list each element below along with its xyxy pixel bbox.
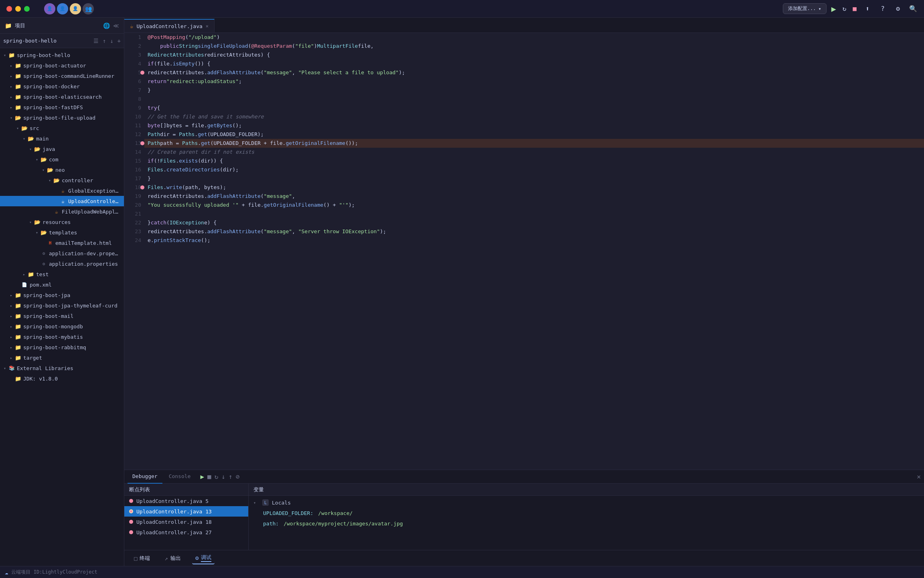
tree-item-controller[interactable]: ▾ 📂 controller xyxy=(0,175,124,185)
line-num-20: 20 xyxy=(128,201,141,210)
add-icon[interactable]: + xyxy=(118,38,121,44)
tree-item-mail[interactable]: ▸ 📁 spring-boot-mail xyxy=(0,311,124,321)
collapse-icon[interactable]: ≪ xyxy=(113,22,119,29)
share-icon[interactable]: ⬆ xyxy=(863,4,872,13)
line-num-18: 18 xyxy=(128,183,141,192)
output-icon: ↗ xyxy=(164,555,168,562)
tree-item-jpa-thymeleaf[interactable]: ▸ 📁 spring-boot-jpa-thymeleaf-curd xyxy=(0,300,124,311)
tab-upload-controller[interactable]: ☕ UploadController.java ✕ xyxy=(124,19,215,33)
stop-debug-icon[interactable]: ■ xyxy=(207,473,211,480)
tab-console[interactable]: Console xyxy=(164,470,196,484)
tree-item-test[interactable]: ▸ 📁 test xyxy=(0,269,124,279)
tree-label: application-dev.properties xyxy=(49,250,121,256)
code-line-20: "You successfully uploaded '" + file.get… xyxy=(144,201,924,210)
line-num-10: 10 xyxy=(128,112,141,121)
var-locals[interactable]: ▾ L Locals xyxy=(249,497,924,508)
code-content[interactable]: 1 2 3 4 5 6 7 8 9 10 11 12 13 14 15 16 1 xyxy=(124,33,924,470)
tree-item-rabbitmq[interactable]: ▸ 📁 spring-boot-rabbitmq xyxy=(0,342,124,352)
tree-item-neo[interactable]: ▾ 📂 neo xyxy=(0,165,124,175)
bp-item-13[interactable]: UploadController.java 13 xyxy=(124,506,248,517)
output-item[interactable]: ↗ 输出 xyxy=(161,553,184,564)
tree-item-FileUploadWebApplication[interactable]: ☕ FileUploadWebApplication.ja... xyxy=(0,206,124,217)
debug-item[interactable]: ⚙ 调试 xyxy=(192,552,215,564)
run-button[interactable]: ▶ xyxy=(831,4,836,14)
folder-open-icon: 📂 xyxy=(21,125,28,131)
tree-item-elasticsearch[interactable]: ▸ 📁 spring-boot-elasticsearch xyxy=(0,92,124,102)
minimize-button[interactable] xyxy=(15,6,21,12)
var-uploaded-folder[interactable]: UPLOADED_FOLDER: /workspace/ xyxy=(249,508,924,518)
bp-item-5[interactable]: UploadController.java 5 xyxy=(124,496,248,506)
tab-close-button[interactable]: ✕ xyxy=(206,23,209,29)
settings-icon[interactable]: ⚙ xyxy=(894,4,902,13)
tree-item-mybatis[interactable]: ▸ 📁 spring-boot-mybatis xyxy=(0,332,124,342)
maximize-button[interactable] xyxy=(24,6,30,12)
tree-item-jpa[interactable]: ▸ 📁 spring-boot-jpa xyxy=(0,290,124,300)
code-line-18: Files.write(path, bytes); xyxy=(144,183,924,192)
code-line-24: e.printStackTrace(); xyxy=(144,236,924,245)
locals-icon: L xyxy=(262,499,269,506)
tree-item-templates[interactable]: ▾ 📂 templates xyxy=(0,227,124,238)
tree-item-emailTemplate[interactable]: H emailTemplate.html xyxy=(0,238,124,248)
tree-item-commandLineRunner[interactable]: ▸ 📁 spring-boot-commandLineRunner xyxy=(0,71,124,81)
step-over-icon[interactable]: ↻ xyxy=(215,473,219,480)
tree-item-app-dev-props[interactable]: ⚙ application-dev.properties xyxy=(0,248,124,258)
terminal-item[interactable]: □ 终端 xyxy=(131,553,153,564)
html-icon: H xyxy=(47,240,54,246)
upload-icon[interactable]: ↑ xyxy=(103,38,106,44)
panel-close-button[interactable]: ✕ xyxy=(917,473,921,480)
code-line-16: Files.createDirectories(dir); xyxy=(144,165,924,174)
tree-label: main xyxy=(36,136,121,142)
java-icon: ☕ xyxy=(53,209,60,215)
close-button[interactable] xyxy=(6,6,12,12)
tree-item-java[interactable]: ▾ 📂 java xyxy=(0,144,124,154)
tree-item-GlobalExceptionHandler[interactable]: ☕ GlobalExceptionHandler.ja... xyxy=(0,185,124,196)
code-line-17: } xyxy=(144,174,924,183)
step-into-icon[interactable]: ↓ xyxy=(221,473,225,480)
download-icon[interactable]: ↓ xyxy=(110,38,113,44)
tree-item-resources[interactable]: ▾ 📂 resources xyxy=(0,217,124,227)
chevron-down-icon: ▾ xyxy=(8,116,14,120)
reload-button[interactable]: ↻ xyxy=(843,5,847,12)
main-area: 📁 项目 🌐 ≪ spring-boot-hello ☰ ↑ ↓ + ▾ 📁 s… xyxy=(0,18,924,566)
tree-item-main[interactable]: ▾ 📂 main xyxy=(0,133,124,144)
tab-debugger[interactable]: Debugger xyxy=(128,470,162,484)
tree-item-mongodb[interactable]: ▸ 📁 spring-boot-mongodb xyxy=(0,321,124,332)
resume-icon[interactable]: ▶ xyxy=(200,473,204,480)
code-line-12: Path dir = Paths.get(UPLOADED_FOLDER); xyxy=(144,130,924,139)
bp-item-27[interactable]: UploadController.java 27 xyxy=(124,527,248,537)
bp-item-18[interactable]: UploadController.java 18 xyxy=(124,517,248,527)
step-out-icon[interactable]: ↑ xyxy=(229,473,233,480)
tree-item-spring-boot-hello[interactable]: ▾ 📁 spring-boot-hello xyxy=(0,50,124,60)
code-line-13: Path path = Paths.get(UPLOADED_FOLDER + … xyxy=(144,139,924,148)
tree-item-jdk[interactable]: 📁 JDK: v1.8.0 xyxy=(0,373,124,384)
filter-icon[interactable]: ☰ xyxy=(93,38,99,44)
tree-item-src[interactable]: ▾ 📂 src xyxy=(0,123,124,133)
tree-item-file-upload[interactable]: ▾ 📂 spring-boot-file-upload xyxy=(0,112,124,123)
tree-item-actuator[interactable]: ▸ 📁 spring-boot-actuator xyxy=(0,60,124,71)
chevron-right-icon: ▸ xyxy=(8,95,14,99)
code-line-10: // Get the file and save it somewhere xyxy=(144,112,924,121)
tree-item-UploadController[interactable]: ☕ UploadController.java xyxy=(0,196,124,206)
tree-item-com[interactable]: ▾ 📂 com xyxy=(0,154,124,165)
tree-item-target[interactable]: ▸ 📁 target xyxy=(0,352,124,363)
chevron-right-icon: ▸ xyxy=(8,293,14,297)
tree-item-external-libraries[interactable]: ▾ 📚 External Libraries xyxy=(0,363,124,373)
folder-icon: 📁 xyxy=(14,355,22,361)
help-icon[interactable]: ? xyxy=(878,4,887,13)
tree-item-fastDFS[interactable]: ▸ 📁 spring-boot-fastDFS xyxy=(0,102,124,112)
bp-dot xyxy=(129,520,133,524)
var-path[interactable]: path: /workspace/myproject/images/avatar… xyxy=(249,518,924,529)
search-icon[interactable]: 🔍 xyxy=(909,4,918,13)
tree-item-pom[interactable]: 📄 pom.xml xyxy=(0,279,124,290)
line-num-6: 6 xyxy=(128,77,141,86)
mute-breakpoints-icon[interactable]: ⊘ xyxy=(236,473,240,480)
tree-item-docker[interactable]: ▸ 📁 spring-boot-docker xyxy=(0,81,124,92)
add-config-button[interactable]: 添加配置... ▾ xyxy=(783,3,827,14)
tree-item-app-props[interactable]: ⚙ application.properties xyxy=(0,258,124,269)
terminal-icon: □ xyxy=(134,555,137,562)
bp-label: UploadController.java 5 xyxy=(136,498,209,504)
stop-button[interactable]: ■ xyxy=(853,5,857,12)
code-editor: 1 2 3 4 5 6 7 8 9 10 11 12 13 14 15 16 1 xyxy=(124,33,924,470)
sidebar-tree: ▾ 📁 spring-boot-hello ▸ 📁 spring-boot-ac… xyxy=(0,48,124,566)
status-text: 云端项目 ID:LightlyCloudProject xyxy=(11,569,97,576)
